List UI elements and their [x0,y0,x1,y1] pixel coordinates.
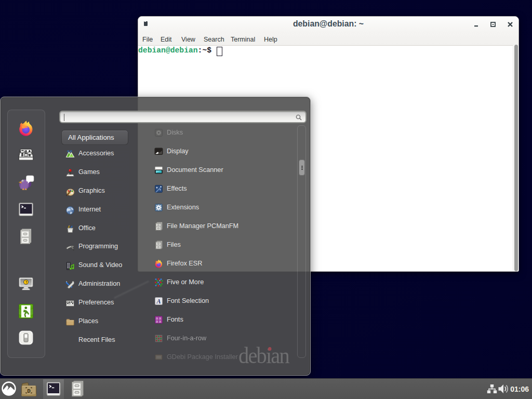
svg-text:a: a [159,320,161,323]
svg-text:a: a [156,320,158,323]
svg-text:A: A [156,298,161,305]
svg-text:D: D [27,388,31,394]
